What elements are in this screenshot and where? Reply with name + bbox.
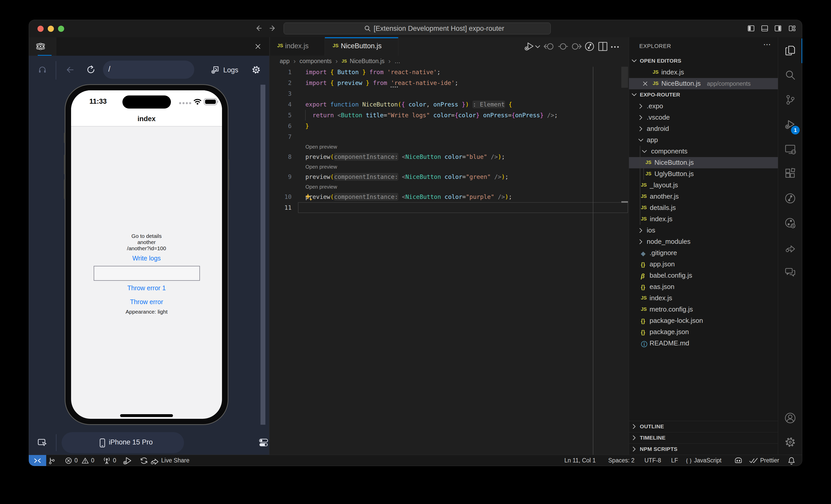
status-notifications[interactable] xyxy=(787,455,795,466)
throw-error-1-button[interactable]: Throw error 1 xyxy=(71,284,222,292)
tree-item-components[interactable]: components xyxy=(629,146,778,157)
activity-item-commit-graph[interactable] xyxy=(778,186,802,211)
toggle-primary-sidebar-icon[interactable] xyxy=(748,25,754,32)
tree-item-ios[interactable]: ios xyxy=(629,225,778,236)
status-indentation[interactable]: Spaces: 2 xyxy=(608,455,634,466)
device-settings-toggles-icon[interactable] xyxy=(258,438,269,448)
throw-error-button[interactable]: Throw error xyxy=(71,298,222,306)
open-editor-item[interactable]: JSNiceButton.js app/components xyxy=(629,78,778,89)
reload-icon[interactable] xyxy=(86,65,95,75)
step-forward-icon[interactable] xyxy=(571,42,582,51)
close-panel-icon[interactable] xyxy=(254,42,262,50)
tree-item-node_modules[interactable]: node_modules xyxy=(629,236,778,247)
url-back-icon[interactable] xyxy=(66,65,75,74)
phone-text-input[interactable] xyxy=(94,266,200,281)
tab-index-js[interactable]: JS index.js xyxy=(270,37,325,56)
split-editor-icon[interactable] xyxy=(598,41,608,51)
codelens-open-preview[interactable]: Open preview xyxy=(306,142,665,151)
history-back-button[interactable] xyxy=(254,24,262,32)
codelens-open-preview[interactable]: Open preview xyxy=(306,162,665,171)
code-line[interactable]: 4export function NiceButton({ color, onP… xyxy=(269,99,629,110)
breadcrumb-app[interactable]: app xyxy=(280,58,289,65)
open-editor-item[interactable]: JSindex.js xyxy=(629,67,778,78)
status-sync-item[interactable] xyxy=(140,455,148,466)
url-select[interactable]: / xyxy=(103,61,194,79)
status-ports-item[interactable]: 0 xyxy=(103,455,116,466)
tree-item-eas.json[interactable]: {}eas.json xyxy=(629,281,778,293)
more-actions-icon[interactable] xyxy=(610,45,620,48)
code-line[interactable]: 10preview(componentInstance: <NiceButton… xyxy=(269,191,629,202)
tree-item-android[interactable]: android xyxy=(629,123,778,135)
follow-device-headset-icon[interactable] xyxy=(38,65,47,74)
code-line[interactable]: 8preview(componentInstance: <NiceButton … xyxy=(269,151,629,162)
minimize-window-button[interactable] xyxy=(48,26,54,32)
tree-item-.gitignore[interactable]: ◆.gitignore xyxy=(629,247,778,259)
command-center-search[interactable]: [Extension Development Host] expo-router xyxy=(284,23,551,34)
status-formatter-item[interactable]: Prettier xyxy=(749,455,779,466)
status-encoding[interactable]: UTF-8 xyxy=(644,455,661,466)
minimap-slider[interactable] xyxy=(621,67,628,88)
activity-item-run-debug[interactable]: 1 xyxy=(778,112,802,137)
code-line[interactable]: 6} xyxy=(269,121,629,131)
project-header[interactable]: EXPO-ROUTER xyxy=(629,89,778,100)
activity-item-extensions[interactable] xyxy=(778,162,802,186)
run-profile-icon[interactable] xyxy=(584,41,595,52)
debug-run-icon[interactable] xyxy=(524,41,535,52)
open-editors-header[interactable]: OPEN EDITORS xyxy=(629,55,778,67)
tree-item-package.json[interactable]: {}package.json xyxy=(629,326,778,338)
activity-item-settings[interactable] xyxy=(778,430,802,455)
tree-item-another.js[interactable]: JSanother.js xyxy=(629,191,778,202)
code-line[interactable]: 7 xyxy=(269,131,629,142)
tab-nicebutton-js[interactable]: JS NiceButton.js xyxy=(325,37,398,56)
another-id-link[interactable]: /another?id=100 xyxy=(71,245,222,251)
minimap[interactable] xyxy=(621,67,628,455)
status-tasks-item[interactable] xyxy=(48,455,55,466)
go-to-details-link[interactable]: Go to details xyxy=(71,233,222,239)
customize-layout-icon[interactable] xyxy=(789,25,796,32)
reverse-continue-icon[interactable] xyxy=(558,42,568,51)
codelens-open-preview[interactable]: Open preview xyxy=(306,182,665,191)
code-line[interactable]: 1import { Button } from 'react-native'; xyxy=(269,67,629,78)
status-eol[interactable]: LF xyxy=(671,455,678,466)
tree-item-index.js[interactable]: JSindex.js xyxy=(629,213,778,225)
history-forward-button[interactable] xyxy=(269,24,277,32)
tree-item-details.js[interactable]: JSdetails.js xyxy=(629,202,778,213)
code-line[interactable]: 5 return <Button title="Write logs" colo… xyxy=(269,110,629,121)
tree-item-app.json[interactable]: {}app.json xyxy=(629,259,778,270)
tree-item-.vscode[interactable]: .vscode xyxy=(629,112,778,123)
tree-item-package-lock.json[interactable]: {}package-lock.json xyxy=(629,315,778,326)
close-editor-icon[interactable] xyxy=(641,80,649,87)
remote-indicator[interactable] xyxy=(29,455,46,466)
activity-item-search[interactable] xyxy=(778,63,802,88)
activity-item-remote-explorer[interactable] xyxy=(778,137,802,162)
tree-item-NiceButton.js[interactable]: JSNiceButton.js xyxy=(629,157,778,168)
status-live-share-item[interactable]: Live Share xyxy=(150,455,190,466)
logs-button[interactable]: Logs xyxy=(223,66,238,74)
sidebar-section-npm-scripts[interactable]: NPM SCRIPTS xyxy=(629,444,778,455)
logs-icon[interactable] xyxy=(210,65,221,75)
ai-sparkle-icon[interactable] xyxy=(305,193,313,202)
activity-item-repo-search[interactable] xyxy=(778,211,802,236)
toggle-secondary-sidebar-icon[interactable] xyxy=(775,25,781,32)
code-line[interactable]: 2import { preview } from 'react-native-i… xyxy=(269,78,629,88)
toggle-panel-icon[interactable] xyxy=(761,25,768,32)
code-line[interactable]: 9preview(componentInstance: <NiceButton … xyxy=(269,171,629,182)
tree-item-_layout.js[interactable]: JS_layout.js xyxy=(629,180,778,191)
tree-item-.expo[interactable]: .expo xyxy=(629,100,778,112)
step-back-icon[interactable] xyxy=(544,42,555,51)
tree-item-README.md[interactable]: README.md xyxy=(629,338,778,349)
panel-settings-gear-icon[interactable] xyxy=(252,65,261,75)
tree-item-app[interactable]: app xyxy=(629,135,778,146)
element-inspector-icon[interactable] xyxy=(37,438,47,448)
explorer-more-actions-icon[interactable]: ⋯ xyxy=(763,40,771,49)
status-copilot-item[interactable] xyxy=(734,455,743,466)
radon-ide-tab[interactable] xyxy=(29,37,56,56)
tree-item-UglyButton.js[interactable]: JSUglyButton.js xyxy=(629,168,778,180)
tree-item-metro.config.js[interactable]: JSmetro.config.js xyxy=(629,304,778,315)
code-editor[interactable]: 1import { Button } from 'react-native';2… xyxy=(269,67,629,455)
device-select[interactable]: iPhone 15 Pro xyxy=(62,432,184,453)
breadcrumb-file[interactable]: NiceButton.js xyxy=(350,58,385,65)
panel-scrollbar[interactable] xyxy=(260,85,265,425)
activity-item-account[interactable] xyxy=(778,406,802,431)
status-problems-item[interactable]: 0 0 xyxy=(65,455,94,466)
